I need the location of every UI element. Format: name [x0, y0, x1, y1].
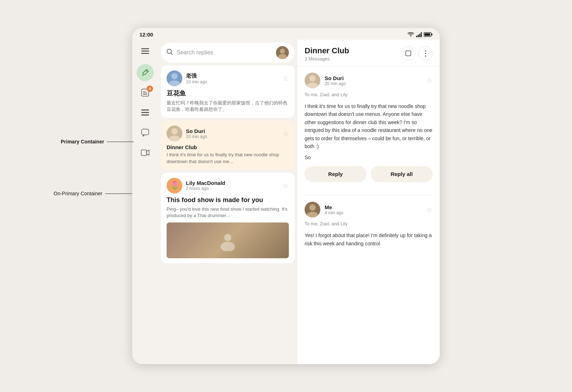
email-card-header-2: So Duri 20 min ago ☆ [167, 126, 289, 141]
email-card-laozhen[interactable]: 老强 10 min ago ☆ 豆花鱼 最近忙吗？昨晚我去了你最爱的那家饭馆，点… [161, 65, 295, 118]
svg-rect-18 [141, 112, 149, 113]
sender-details: 老强 10 min ago [186, 73, 207, 84]
svg-rect-2 [418, 35, 419, 37]
sender-time-2: 20 min ago [186, 134, 207, 139]
email-card-soduri[interactable]: So Duri 20 min ago ☆ Dinner Club I think… [161, 121, 295, 170]
svg-point-31 [171, 128, 178, 134]
svg-rect-1 [416, 36, 417, 37]
search-icon [167, 49, 173, 57]
sender-name-2: So Duri [186, 128, 207, 134]
svg-point-37 [309, 75, 316, 82]
avatar-me-detail [305, 202, 320, 217]
sender-info: 老强 10 min ago [167, 70, 207, 86]
star-icon-3[interactable]: ☆ [282, 181, 289, 190]
message-time-2: 4 min ago [325, 210, 344, 215]
message-header-2: Me 4 min ago ☆ [305, 202, 433, 217]
message-sender-name-1: So Duri [325, 75, 346, 81]
svg-point-40 [309, 204, 316, 211]
avatar-laozhen [167, 70, 182, 86]
svg-line-23 [171, 53, 173, 55]
svg-rect-10 [141, 53, 149, 54]
message-body-2: Yes! I forgot about that place! I'm defi… [305, 231, 433, 248]
detail-title-area: Dinner Club 3 Messages [305, 46, 349, 62]
sidebar-item-notifications[interactable]: 4 [137, 84, 154, 101]
sender-details-2: So Duri 20 min ago [186, 128, 207, 139]
svg-rect-4 [421, 32, 422, 37]
sender-name-3: Lily MacDonald [186, 180, 225, 186]
phone-frame: 12:00 [132, 28, 440, 364]
message-to-1: To me, Ziad, and Lily [305, 92, 433, 97]
detail-header: Dinner Club 3 Messages ⋮ [297, 40, 440, 66]
avatar-soduri [167, 126, 182, 141]
svg-rect-20 [142, 129, 149, 135]
signal-icon [416, 32, 422, 37]
sidebar-item-video[interactable] [137, 144, 154, 161]
email-image-preview [167, 222, 289, 258]
sidebar-item-chat[interactable] [137, 124, 154, 141]
star-icon-detail-2[interactable]: ☆ [426, 205, 433, 214]
svg-point-25 [280, 49, 285, 54]
svg-rect-3 [419, 34, 420, 37]
message-item-me: Me 4 min ago ☆ To me, Ziad, and Lily Yes… [305, 195, 433, 248]
more-icon: ⋮ [422, 50, 429, 57]
sender-time: 10 min ago [186, 79, 207, 84]
svg-point-34 [221, 242, 235, 251]
avatar-soduri-detail [305, 73, 320, 88]
sender-details-3: Lily MacDonald 2 hours ago [186, 180, 225, 191]
message-body-1: I think it's time for us to finally try … [305, 102, 433, 150]
sender-info-2: So Duri 20 min ago [167, 126, 207, 141]
svg-rect-19 [141, 114, 149, 116]
star-icon[interactable]: ☆ [282, 74, 289, 83]
sidebar: 4 [132, 40, 158, 364]
svg-rect-8 [141, 48, 149, 49]
svg-rect-17 [141, 109, 149, 111]
page-wrapper: Primary Container On-Primary Container 1… [132, 28, 440, 364]
wifi-icon [407, 32, 414, 37]
message-time-1: 20 min ago [325, 81, 346, 86]
status-time: 12:00 [139, 31, 153, 38]
avatar-lily: 🌷 [167, 178, 182, 193]
email-subject: 豆花鱼 [167, 89, 289, 98]
search-bar[interactable]: Search replies [161, 43, 295, 63]
email-preview: 最近忙吗？昨晚我去了你最爱的那家饭馆，点了他们的特色豆花鱼，吃着吃着就想你了。 [167, 100, 289, 113]
detail-messages: So Duri 20 min ago ☆ To me, Ziad, and Li… [297, 66, 440, 364]
sender-name: 老强 [186, 73, 207, 79]
email-preview-2: I think it's time for us to finally try … [167, 152, 289, 165]
email-card-lily[interactable]: 🌷 Lily MacDonald 2 hours ago ☆ This food… [161, 173, 295, 263]
detail-title: Dinner Club [305, 46, 349, 55]
email-subject-3: This food show is made for you [167, 196, 289, 204]
label-primary-container: Primary Container [61, 139, 104, 144]
reply-all-button[interactable]: Reply all [371, 166, 433, 182]
square-button[interactable] [401, 46, 415, 60]
star-icon-2[interactable]: ☆ [282, 129, 289, 138]
svg-point-33 [224, 234, 231, 241]
sidebar-item-menu[interactable] [137, 43, 154, 60]
email-preview-3: Ping– you'd love this new food show I st… [167, 206, 289, 219]
svg-point-28 [171, 73, 178, 79]
message-to-2: To me, Ziad, and Lily [305, 221, 433, 226]
sidebar-item-list[interactable] [137, 104, 154, 121]
message-item-soduri: So Duri 20 min ago ☆ To me, Ziad, and Li… [305, 66, 433, 195]
svg-rect-35 [406, 51, 411, 56]
message-sender-details-2: Me 4 min ago [325, 204, 344, 215]
email-subject-2: Dinner Club [167, 144, 289, 150]
svg-rect-7 [432, 34, 433, 35]
notification-badge: 4 [147, 85, 153, 92]
message-sender-info-1: So Duri 20 min ago [305, 73, 346, 88]
star-icon-detail-1[interactable]: ☆ [426, 76, 433, 85]
email-list: Search replies [158, 40, 297, 364]
user-avatar[interactable] [276, 46, 289, 59]
app-content: 4 [132, 40, 440, 364]
more-options-button[interactable]: ⋮ [418, 46, 433, 60]
svg-rect-9 [141, 51, 149, 52]
sender-info-3: 🌷 Lily MacDonald 2 hours ago [167, 178, 225, 193]
battery-icon [424, 32, 433, 37]
message-sender-info-2: Me 4 min ago [305, 202, 344, 217]
sidebar-item-compose[interactable] [137, 64, 154, 81]
reply-button[interactable]: Reply [305, 166, 366, 182]
message-sign-1: So [305, 155, 433, 160]
svg-point-22 [167, 49, 172, 53]
sender-time-3: 2 hours ago [186, 186, 225, 191]
svg-rect-6 [424, 33, 430, 36]
status-icons [407, 32, 433, 37]
